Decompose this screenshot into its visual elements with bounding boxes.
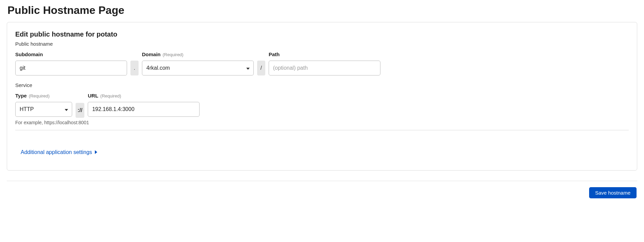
card-divider xyxy=(15,130,629,130)
url-field: URL (Required) xyxy=(88,93,200,117)
service-section-label: Service xyxy=(15,82,629,88)
type-label-text: Type xyxy=(15,93,27,98)
save-hostname-button[interactable]: Save hostname xyxy=(589,187,637,198)
footer: Save hostname xyxy=(7,187,637,205)
service-hint: For example, https://localhost:8001 xyxy=(15,120,629,125)
footer-divider xyxy=(7,181,637,181)
dot-separator: . xyxy=(130,61,139,75)
domain-select[interactable]: 4rkal.com xyxy=(142,61,254,75)
url-label: URL (Required) xyxy=(88,93,200,98)
protocol-separator: :// xyxy=(76,103,84,118)
domain-select-value: 4rkal.com xyxy=(142,61,254,75)
path-label: Path xyxy=(269,51,380,57)
subdomain-label: Subdomain xyxy=(15,51,127,57)
url-input[interactable] xyxy=(88,102,200,117)
service-row: Type (Required) HTTP :// URL (Required) xyxy=(15,93,629,118)
domain-field: Domain (Required) 4rkal.com xyxy=(142,51,254,75)
protocol-separator-col: :// xyxy=(76,93,84,118)
domain-label-text: Domain xyxy=(142,51,161,57)
type-select-value: HTTP xyxy=(15,102,72,117)
hostname-row: Subdomain . Domain (Required) 4rkal.com … xyxy=(15,51,629,75)
public-hostname-section-label: Public hostname xyxy=(15,41,629,47)
type-required-tag: (Required) xyxy=(29,93,49,98)
url-label-text: URL xyxy=(88,93,98,98)
slash-separator: / xyxy=(257,61,265,75)
url-required-tag: (Required) xyxy=(100,93,121,98)
domain-label: Domain (Required) xyxy=(142,51,254,57)
type-select[interactable]: HTTP xyxy=(15,102,72,117)
chevron-right-icon xyxy=(95,149,97,155)
page-title: Public Hostname Page xyxy=(7,4,637,17)
hostname-card: Edit public hostname for potato Public h… xyxy=(7,22,637,171)
path-field: Path xyxy=(269,51,380,75)
subdomain-input[interactable] xyxy=(15,61,127,75)
path-label-text: Path xyxy=(269,51,280,57)
path-input[interactable] xyxy=(269,61,380,75)
type-label: Type (Required) xyxy=(15,93,72,98)
additional-settings-toggle[interactable]: Additional application settings xyxy=(21,149,97,155)
domain-required-tag: (Required) xyxy=(163,52,183,57)
card-title: Edit public hostname for potato xyxy=(15,30,629,38)
additional-settings-label: Additional application settings xyxy=(21,149,92,155)
type-field: Type (Required) HTTP xyxy=(15,93,72,117)
subdomain-label-text: Subdomain xyxy=(15,51,43,57)
subdomain-field: Subdomain xyxy=(15,51,127,75)
